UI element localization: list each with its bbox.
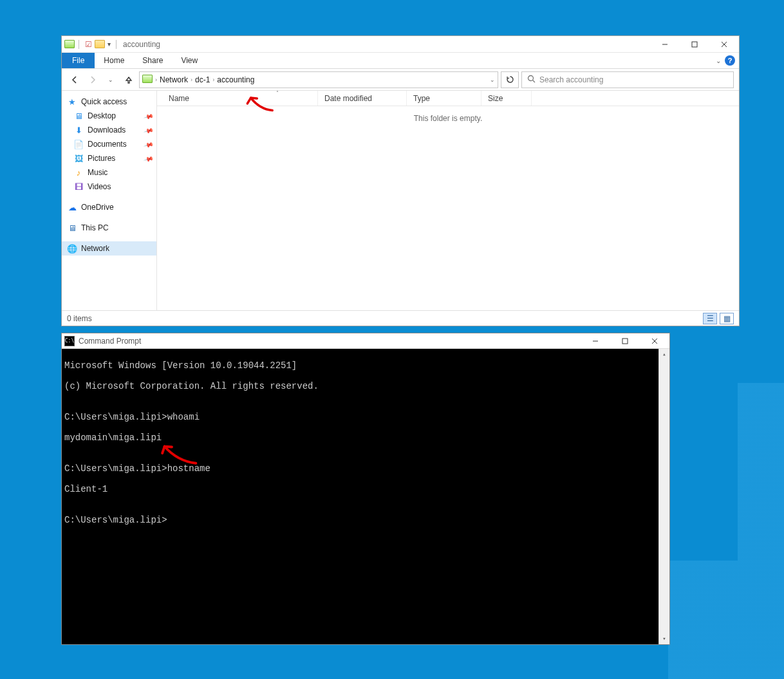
ribbon-expand-icon[interactable]: ⌄ (716, 57, 721, 64)
breadcrumb-network[interactable]: Network› (160, 75, 192, 84)
cmd-line: C:\Users\miga.lipi>whoami (64, 412, 667, 422)
pin-icon: 📌 (144, 153, 154, 163)
large-icons-view-icon[interactable]: ▦ (720, 313, 734, 324)
pictures-icon: 🖼 (73, 153, 84, 163)
cmd-line: (c) Microsoft Corporation. All rights re… (64, 381, 667, 391)
sidebar-item-thispc[interactable]: 🖥 This PC (62, 221, 156, 235)
new-folder-icon[interactable] (95, 39, 105, 50)
column-size[interactable]: Size (481, 91, 532, 106)
sidebar-item-label: This PC (81, 223, 109, 232)
forward-button[interactable] (85, 72, 100, 88)
up-button[interactable] (121, 72, 136, 88)
close-button[interactable] (709, 36, 739, 53)
sidebar-item-videos[interactable]: 🎞 Videos (62, 180, 156, 194)
cmd-line: C:\Users\miga.lipi> (64, 515, 667, 525)
column-name[interactable]: Name ˄ (157, 91, 318, 106)
cmd-app-icon: C:\ (64, 336, 75, 346)
window-title: accounting (123, 40, 160, 49)
status-bar: 0 items ☰ ▦ (62, 310, 739, 326)
sidebar-item-desktop[interactable]: 🖥 Desktop 📌 (62, 109, 156, 123)
sidebar-item-label: Music (88, 168, 107, 177)
ribbon: File Home Share View ⌄ ? (62, 53, 739, 69)
download-icon: ⬇ (73, 125, 84, 135)
sidebar-quick-access[interactable]: ★ Quick access (62, 95, 156, 109)
cmd-scrollbar[interactable]: ▴ ▾ (658, 349, 669, 644)
file-explorer-window: ☑ ▾ accounting File Home Share View ⌄ ? (61, 35, 740, 326)
close-button[interactable] (640, 333, 669, 349)
tab-share[interactable]: Share (133, 53, 172, 68)
divider (79, 40, 79, 49)
titlebar[interactable]: ☑ ▾ accounting (62, 36, 739, 53)
star-icon: ★ (67, 97, 77, 107)
cloud-icon: ☁ (67, 202, 77, 212)
pin-icon: 📌 (144, 139, 154, 149)
cmd-terminal[interactable]: Microsoft Windows [Version 10.0.19044.22… (62, 349, 669, 644)
address-bar[interactable]: › Network› dc-1› accounting ⌄ (139, 71, 498, 88)
scroll-down-icon[interactable]: ▾ (659, 633, 669, 644)
cmd-line: Microsoft Windows [Version 10.0.19044.22… (64, 360, 667, 371)
qat-chevron-icon[interactable]: ▾ (107, 41, 111, 48)
music-icon: ♪ (73, 167, 84, 178)
window-controls (650, 36, 739, 53)
tab-view[interactable]: View (172, 53, 207, 68)
divider (116, 40, 117, 49)
column-type[interactable]: Type (407, 91, 481, 106)
column-date[interactable]: Date modified (318, 91, 407, 106)
cmd-line: mydomain\miga.lipi (64, 433, 667, 443)
sidebar-item-label: Downloads (88, 126, 126, 135)
cmd-window-controls (581, 333, 669, 349)
tab-file[interactable]: File (62, 53, 95, 68)
scroll-up-icon[interactable]: ▴ (659, 349, 669, 360)
cmd-line: C:\Users\miga.lipi>hostname (64, 463, 667, 474)
properties-icon[interactable]: ☑ (83, 39, 93, 50)
back-button[interactable] (67, 72, 82, 88)
desktop-icon: 🖥 (73, 111, 84, 121)
content-pane[interactable]: Name ˄ Date modified Type Size This fold… (157, 91, 739, 310)
minimize-button[interactable] (650, 36, 680, 53)
help-icon[interactable]: ? (725, 55, 735, 66)
documents-icon: 📄 (73, 139, 84, 149)
svg-point-4 (528, 75, 534, 80)
sidebar-item-label: Pictures (88, 154, 115, 163)
details-view-icon[interactable]: ☰ (703, 313, 717, 324)
status-item-count: 0 items (67, 314, 92, 323)
sidebar-item-label: Network (81, 244, 109, 253)
refresh-button[interactable] (501, 71, 519, 88)
minimize-button[interactable] (581, 333, 610, 349)
pc-icon: 🖥 (67, 223, 77, 233)
empty-folder-message: This folder is empty. (157, 114, 739, 123)
sort-indicator-icon: ˄ (276, 90, 279, 96)
tab-home[interactable]: Home (95, 53, 133, 68)
sidebar-item-label: Desktop (88, 111, 116, 120)
sidebar-item-onedrive[interactable]: ☁ OneDrive (62, 200, 156, 214)
sidebar-item-label: Videos (88, 182, 111, 191)
search-box[interactable] (521, 71, 734, 88)
nav-row: ⌄ › Network› dc-1› accounting ⌄ (62, 69, 739, 91)
sidebar-item-label: Quick access (81, 97, 127, 106)
pin-icon: 📌 (144, 125, 154, 135)
breadcrumb-accounting[interactable]: accounting (217, 75, 254, 84)
maximize-button[interactable] (680, 36, 709, 53)
recent-locations-button[interactable]: ⌄ (103, 72, 118, 88)
sidebar-item-pictures[interactable]: 🖼 Pictures 📌 (62, 151, 156, 165)
search-input[interactable] (539, 75, 728, 84)
svg-line-5 (533, 80, 536, 82)
cmd-window-title: Command Prompt (79, 337, 141, 346)
location-icon (142, 75, 153, 85)
desktop-bg-accent (668, 383, 784, 679)
videos-icon: 🎞 (73, 181, 84, 192)
sidebar-item-documents[interactable]: 📄 Documents 📌 (62, 137, 156, 151)
cmd-titlebar[interactable]: C:\ Command Prompt (62, 333, 669, 349)
quick-access-toolbar: ☑ ▾ (64, 39, 119, 50)
sidebar-item-downloads[interactable]: ⬇ Downloads 📌 (62, 123, 156, 137)
maximize-button[interactable] (610, 333, 640, 349)
network-icon: 🌐 (67, 243, 77, 254)
svg-rect-1 (692, 42, 697, 47)
column-headers: Name ˄ Date modified Type Size (157, 91, 739, 106)
breadcrumb-dc1[interactable]: dc-1› (195, 75, 214, 84)
sidebar-item-network[interactable]: 🌐 Network (62, 241, 156, 256)
sidebar-item-label: OneDrive (81, 203, 114, 212)
address-dropdown-icon[interactable]: ⌄ (490, 77, 495, 83)
sidebar-item-music[interactable]: ♪ Music (62, 165, 156, 180)
app-icon (64, 39, 75, 50)
